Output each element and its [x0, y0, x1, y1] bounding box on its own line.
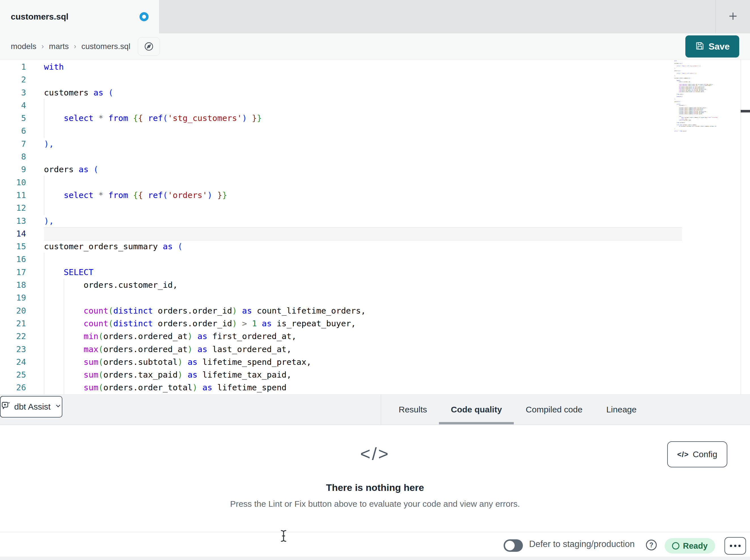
- code-line-text: ),: [44, 138, 54, 150]
- tab-compiled-code[interactable]: Compiled code: [514, 394, 594, 425]
- line-number: 10: [0, 176, 26, 189]
- tab-bar: customers.sql: [0, 0, 750, 34]
- code-lines: 1with23customers as (45 select * from {{…: [0, 61, 750, 394]
- line-number: 2: [0, 74, 26, 86]
- line-number: 23: [0, 343, 26, 356]
- code-quality-panel: [0, 425, 750, 532]
- code-line-19[interactable]: 19: [0, 291, 750, 304]
- breadcrumb-separator: ›: [74, 42, 76, 50]
- empty-state-subtitle: Press the Lint or Fix button above to ev…: [0, 499, 750, 509]
- line-number: 7: [0, 138, 26, 150]
- line-number: 11: [0, 189, 26, 202]
- code-line-5[interactable]: 5 select * from {{ ref('stg_customers') …: [0, 112, 750, 125]
- breadcrumb-item-customers-sql[interactable]: customers.sql: [81, 42, 131, 51]
- line-number: 9: [0, 163, 26, 176]
- code-line-17[interactable]: 17 SELECT: [0, 266, 750, 279]
- status-ring-icon: [672, 542, 679, 549]
- overview-ruler-cursor-marker: [741, 110, 750, 112]
- chat-sparkle-icon: [1, 401, 10, 413]
- code-line-6[interactable]: 6: [0, 125, 750, 138]
- current-line-highlight: [44, 227, 682, 241]
- question-circle-icon[interactable]: ?: [646, 540, 657, 551]
- line-number: 4: [0, 99, 26, 112]
- line-number: 18: [0, 279, 26, 291]
- code-line-22[interactable]: 22 min(orders.ordered_at) as first_order…: [0, 330, 750, 343]
- tab-results[interactable]: Results: [387, 394, 439, 425]
- line-number: 14: [0, 227, 26, 240]
- dbt-assist-label: dbt Assist: [14, 402, 51, 412]
- code-line-15[interactable]: 15customer_orders_summary as (: [0, 240, 750, 253]
- minimap[interactable]: withcustomers as ( select * from {{ ref(…: [674, 60, 740, 133]
- line-number: 8: [0, 150, 26, 163]
- save-button[interactable]: Save: [685, 36, 739, 58]
- line-number: 24: [0, 356, 26, 369]
- file-tab-title: customers.sql: [11, 12, 68, 22]
- breadcrumb-item-models[interactable]: models: [11, 42, 36, 51]
- code-line-3[interactable]: 3customers as (: [0, 86, 750, 99]
- code-line-13[interactable]: 13),: [0, 215, 750, 227]
- code-editor[interactable]: 1with23customers as (45 select * from {{…: [0, 60, 750, 394]
- code-line-text: min(orders.ordered_at) as first_ordered_…: [44, 330, 297, 343]
- line-number: 22: [0, 330, 26, 343]
- breadcrumb: models›marts›customers.sql: [0, 34, 750, 60]
- code-line-4[interactable]: 4: [0, 99, 750, 112]
- code-line-text: with: [44, 61, 64, 74]
- chevron-down-icon: [55, 402, 62, 412]
- line-number: 16: [0, 253, 26, 266]
- code-line-20[interactable]: 20 count(distinct orders.order_id) as co…: [0, 305, 750, 317]
- code-line-8[interactable]: 8: [0, 150, 750, 163]
- new-tab-button[interactable]: [716, 0, 750, 34]
- defer-toggle[interactable]: [504, 539, 523, 552]
- line-number: 5: [0, 112, 26, 125]
- code-line-10[interactable]: 10: [0, 176, 750, 189]
- compass-icon[interactable]: [138, 37, 160, 56]
- code-line-16[interactable]: 16: [0, 253, 750, 266]
- code-line-1[interactable]: 1with: [0, 61, 750, 74]
- window-bottom-edge: [0, 557, 750, 560]
- unsaved-changes-dot-icon: [139, 12, 149, 21]
- code-line-text: sum(orders.subtotal) as lifetime_spend_p…: [44, 356, 311, 369]
- code-line-18[interactable]: 18 orders.customer_id,: [0, 279, 750, 291]
- code-line-24[interactable]: 24 sum(orders.subtotal) as lifetime_spen…: [0, 356, 750, 369]
- empty-state-code-icon: </>: [0, 443, 750, 464]
- line-number: 12: [0, 202, 26, 214]
- dbt-assist-button[interactable]: dbt Assist: [0, 396, 62, 417]
- more-options-button[interactable]: [725, 537, 746, 555]
- code-line-text: customers as (: [44, 86, 113, 99]
- code-line-11[interactable]: 11 select * from {{ ref('orders') }}: [0, 189, 750, 202]
- file-tab-customers-sql[interactable]: customers.sql: [0, 0, 159, 34]
- line-number: 13: [0, 215, 26, 227]
- breadcrumb-item-marts[interactable]: marts: [49, 42, 69, 51]
- code-line-9[interactable]: 9orders as (: [0, 163, 750, 176]
- code-line-text: select * from {{ ref('stg_customers') }}: [44, 112, 262, 125]
- code-line-14[interactable]: 14: [0, 227, 750, 240]
- toggle-knob: [505, 541, 515, 551]
- results-tab-bar: ResultsCode qualityCompiled codeLineage: [387, 394, 649, 425]
- code-line-text: SELECT: [44, 266, 94, 279]
- code-line-26[interactable]: 26 sum(orders.order_total) as lifetime_s…: [0, 381, 750, 394]
- code-line-text: orders as (: [44, 163, 98, 176]
- line-number: 15: [0, 240, 26, 253]
- line-number: 20: [0, 305, 26, 317]
- line-number: 6: [0, 125, 26, 138]
- ready-status-badge[interactable]: Ready: [665, 538, 715, 554]
- line-number: 19: [0, 291, 26, 304]
- breadcrumb-separator: ›: [41, 42, 44, 50]
- dbt-ide-window: customers.sql models›marts›customers.sql…: [0, 0, 750, 560]
- defer-label: Defer to staging/production: [529, 532, 635, 556]
- plus-icon: [728, 11, 738, 23]
- code-line-23[interactable]: 23 max(orders.ordered_at) as last_ordere…: [0, 343, 750, 356]
- code-line-2[interactable]: 2: [0, 74, 750, 86]
- code-line-21[interactable]: 21 count(distinct orders.order_id) > 1 a…: [0, 317, 750, 330]
- code-line-text: count(distinct orders.order_id) as count…: [44, 305, 366, 317]
- code-line-25[interactable]: 25 sum(orders.tax_paid) as lifetime_tax_…: [0, 369, 750, 381]
- code-line-7[interactable]: 7),: [0, 138, 750, 150]
- tab-lineage[interactable]: Lineage: [594, 394, 649, 425]
- line-number: 3: [0, 86, 26, 99]
- tab-code-quality[interactable]: Code quality: [439, 394, 514, 425]
- floppy-disk-icon: [695, 41, 705, 52]
- code-line-text: max(orders.ordered_at) as last_ordered_a…: [44, 343, 292, 356]
- code-line-12[interactable]: 12: [0, 202, 750, 214]
- line-number: 1: [0, 61, 26, 74]
- line-number: 17: [0, 266, 26, 279]
